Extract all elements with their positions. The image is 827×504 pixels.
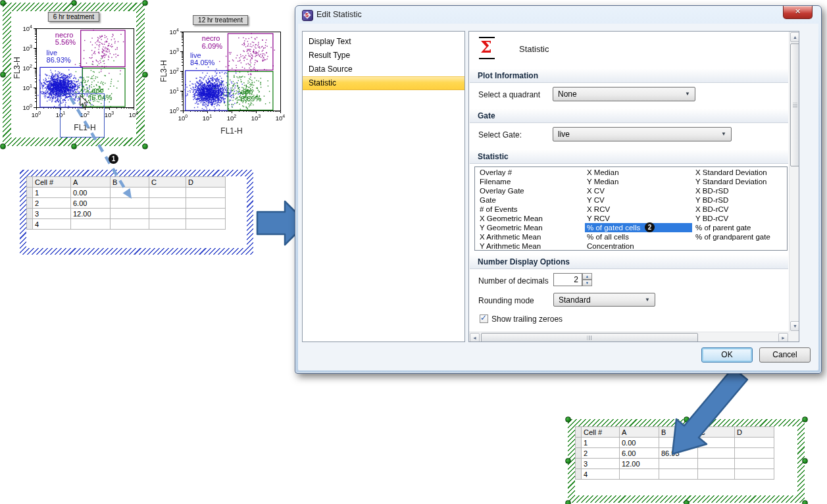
table-cell[interactable] bbox=[698, 469, 735, 480]
nav-item-data-source[interactable]: Data Source bbox=[303, 63, 464, 76]
gate-dropdown[interactable]: live ▼ bbox=[553, 127, 732, 141]
nav-item-statistic[interactable]: Statistic bbox=[303, 76, 464, 90]
table-cell[interactable] bbox=[149, 209, 186, 219]
statistic-option[interactable]: Y RCV bbox=[585, 214, 692, 223]
table-cell[interactable] bbox=[620, 469, 659, 480]
row-selector[interactable] bbox=[27, 209, 33, 219]
spin-up-button[interactable]: ▲ bbox=[582, 273, 592, 280]
table-cell[interactable]: 2 bbox=[582, 448, 620, 459]
statistic-option[interactable]: X BD-rCV bbox=[693, 205, 770, 214]
table-cell[interactable]: 3 bbox=[582, 459, 620, 469]
statistic-option[interactable]: Y BD-rCV bbox=[693, 214, 770, 223]
statistic-option[interactable]: X RCV bbox=[585, 205, 692, 214]
selection-handle[interactable] bbox=[684, 416, 689, 422]
statistic-option[interactable]: X Standard Deviation bbox=[693, 168, 770, 177]
statistic-listbox[interactable]: 2 Overlay #FilenameOverlay GateGate# of … bbox=[474, 166, 788, 251]
column-header[interactable]: C bbox=[698, 427, 735, 438]
spin-down-button[interactable]: ▼ bbox=[582, 280, 592, 286]
selection-handle[interactable] bbox=[565, 416, 571, 422]
result-spreadsheet[interactable]: Cell #ABCD10.0026.0086.93312.004 bbox=[575, 426, 797, 480]
row-selector[interactable] bbox=[576, 459, 582, 469]
table-cell[interactable] bbox=[149, 188, 186, 198]
horizontal-scroll-thumb[interactable] bbox=[481, 333, 698, 342]
statistic-option[interactable]: % of grandparent gate bbox=[693, 232, 770, 241]
row-selector[interactable] bbox=[576, 469, 582, 480]
row-selector[interactable] bbox=[27, 219, 33, 230]
selection-handle[interactable] bbox=[684, 500, 689, 504]
selection-handle[interactable] bbox=[71, 143, 77, 149]
dot-plot-12hr[interactable]: 12 hr treatment1001001011011021021031031… bbox=[158, 14, 283, 141]
table-cell[interactable] bbox=[186, 188, 226, 198]
statistic-option[interactable]: X BD-rSD bbox=[693, 186, 770, 195]
statistic-option[interactable]: X Geometric Mean bbox=[478, 214, 543, 223]
table-cell[interactable] bbox=[111, 188, 149, 198]
vertical-scroll-thumb[interactable] bbox=[790, 43, 799, 166]
statistic-option[interactable]: Y BD-rSD bbox=[693, 195, 770, 205]
statistic-option[interactable]: Y Arithmetic Mean bbox=[478, 241, 543, 251]
selection-handle[interactable] bbox=[142, 143, 148, 149]
rounding-mode-dropdown[interactable]: Standard ▼ bbox=[553, 293, 655, 307]
column-header[interactable]: A bbox=[71, 177, 111, 188]
scroll-right-button[interactable]: ► bbox=[778, 333, 788, 342]
table-cell[interactable] bbox=[186, 219, 226, 230]
statistic-option[interactable]: X CV bbox=[585, 186, 692, 195]
table-cell[interactable]: 4 bbox=[582, 469, 620, 480]
table-cell[interactable]: 3 bbox=[33, 209, 71, 219]
table-cell[interactable] bbox=[111, 209, 149, 219]
selection-handle[interactable] bbox=[802, 416, 808, 422]
table-cell[interactable]: 1 bbox=[582, 438, 620, 448]
table-cell[interactable] bbox=[659, 438, 698, 448]
table-cell[interactable]: 4 bbox=[33, 219, 71, 230]
selection-handle[interactable] bbox=[565, 458, 571, 464]
table-cell[interactable] bbox=[186, 209, 226, 219]
statistic-option[interactable]: % of all cells bbox=[585, 232, 692, 241]
table-cell[interactable] bbox=[735, 459, 774, 469]
statistic-option[interactable]: Y Standard Deviation bbox=[693, 177, 770, 186]
statistic-option[interactable]: Y Median bbox=[585, 177, 692, 186]
table-cell[interactable]: 12.00 bbox=[620, 459, 659, 469]
table-cell[interactable] bbox=[149, 219, 186, 230]
cancel-button[interactable]: Cancel bbox=[759, 347, 811, 363]
table-cell[interactable]: 12.00 bbox=[71, 209, 111, 219]
table-cell[interactable] bbox=[149, 198, 186, 209]
column-header[interactable]: C bbox=[149, 177, 186, 188]
gate-label-live[interactable]: live84.05% bbox=[190, 52, 214, 67]
selection-handle[interactable] bbox=[0, 143, 6, 149]
statistic-option[interactable]: % of gated cells bbox=[585, 223, 692, 232]
selection-handle[interactable] bbox=[0, 72, 6, 78]
selection-handle[interactable] bbox=[142, 72, 148, 78]
nav-item-result-type[interactable]: Result Type bbox=[303, 49, 464, 63]
column-header[interactable]: Cell # bbox=[582, 427, 620, 438]
table-cell[interactable] bbox=[71, 219, 111, 230]
table-cell[interactable] bbox=[698, 438, 735, 448]
table-cell[interactable] bbox=[698, 448, 735, 459]
table-cell[interactable] bbox=[659, 469, 698, 480]
statistic-option[interactable]: Overlay # bbox=[478, 168, 543, 177]
table-cell[interactable] bbox=[735, 469, 774, 480]
quadrant-dropdown[interactable]: None ▼ bbox=[553, 87, 695, 101]
row-selector[interactable] bbox=[576, 438, 582, 448]
result-table-selection-frame[interactable]: Cell #ABCD10.0026.0086.93312.004 bbox=[568, 419, 805, 503]
statistic-textbox-outline[interactable] bbox=[60, 93, 105, 138]
row-selector[interactable] bbox=[27, 198, 33, 209]
table-cell[interactable] bbox=[659, 459, 698, 469]
close-button[interactable]: ✕ bbox=[783, 6, 813, 19]
source-spreadsheet[interactable]: Cell #ABCD10.0026.00312.004 bbox=[26, 176, 247, 230]
decimals-input[interactable] bbox=[553, 273, 582, 286]
column-header[interactable]: B bbox=[659, 427, 698, 438]
statistic-option[interactable]: Gate bbox=[478, 195, 543, 205]
selection-handle[interactable] bbox=[71, 0, 77, 6]
table-cell[interactable] bbox=[735, 438, 774, 448]
statistic-option[interactable]: X Arithmetic Mean bbox=[478, 232, 543, 241]
vertical-scrollbar[interactable]: ▲ ▼ bbox=[789, 32, 799, 332]
table-cell[interactable] bbox=[698, 459, 735, 469]
horizontal-scrollbar[interactable]: ◄ ► bbox=[469, 332, 789, 342]
selection-handle[interactable] bbox=[565, 500, 571, 504]
table-cell[interactable]: 2 bbox=[33, 198, 71, 209]
statistic-option[interactable]: # of Events bbox=[478, 205, 543, 214]
statistic-option[interactable]: Overlay Gate bbox=[478, 186, 543, 195]
selection-handle[interactable] bbox=[0, 0, 6, 6]
gate-label-apo[interactable]: apo8.89% bbox=[241, 88, 261, 103]
show-trailing-zeroes-checkbox[interactable]: ✓ bbox=[480, 315, 488, 323]
gate-label-necro[interactable]: necro6.09% bbox=[202, 35, 222, 50]
